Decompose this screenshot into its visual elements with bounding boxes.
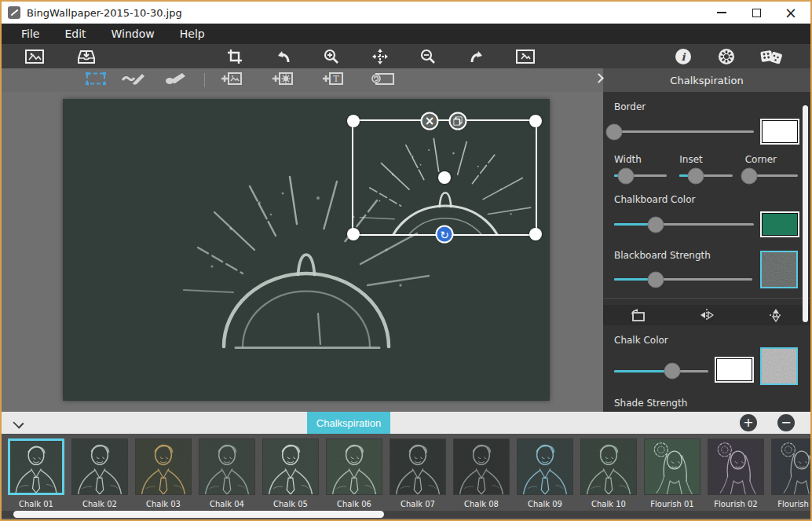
save-export-icon[interactable] — [76, 49, 97, 64]
preset-thumbnail-label: Chalk 03 — [135, 500, 192, 508]
selection-box[interactable]: × ↻ — [352, 119, 537, 236]
resize-handle-top-right[interactable] — [529, 115, 542, 127]
preset-thumbnail-label: Chalk 01 — [8, 500, 64, 508]
add-image-icon[interactable] — [218, 72, 242, 89]
preset-thumbnail[interactable]: Chalk 06 — [326, 438, 382, 508]
main-toolbar: i — [2, 44, 810, 68]
flip-horizontal-button[interactable] — [672, 305, 741, 325]
new-image-icon[interactable] — [25, 50, 44, 64]
border-slider[interactable] — [614, 130, 754, 133]
blackboard-strength-label: Blackboard Strength — [614, 250, 752, 261]
preset-thumbnail-label: Chalk 07 — [390, 500, 446, 508]
preset-thumbnail[interactable]: Chalk 09 — [517, 438, 573, 508]
preset-thumbnail[interactable]: Chalk 02 — [71, 438, 128, 508]
canvas-image[interactable]: × ↻ — [63, 99, 550, 401]
preset-thumbnail[interactable]: Chalk 08 — [453, 438, 510, 508]
select-tool-icon[interactable] — [86, 72, 106, 89]
menu-window[interactable]: Window — [101, 25, 165, 42]
preset-thumbnail[interactable]: Chalk 01 — [8, 438, 64, 508]
title-bar: BingWallpaper-2015-10-30.jpg × — [2, 2, 810, 24]
redo-icon[interactable] — [469, 50, 485, 64]
preset-thumbnail[interactable]: Chalk 04 — [199, 438, 255, 508]
preset-tab-chalkspiration[interactable]: Chalkspiration — [307, 412, 390, 434]
thumbnail-zoom-in-button[interactable]: + — [740, 414, 757, 431]
window-title: BingWallpaper-2015-10-30.jpg — [27, 7, 182, 19]
preset-thumbnail[interactable]: Chalk 05 — [262, 438, 319, 508]
chevron-right-icon[interactable] — [594, 73, 604, 83]
center-handle[interactable] — [438, 171, 451, 184]
delete-layer-button[interactable]: × — [421, 112, 439, 130]
close-button[interactable]: × — [784, 6, 798, 20]
undo-icon[interactable] — [276, 50, 291, 64]
blackboard-texture-swatch[interactable] — [760, 251, 798, 288]
flip-vertical-button[interactable] — [741, 305, 810, 325]
toolbar-separator — [204, 73, 205, 87]
move-icon[interactable] — [372, 49, 388, 64]
add-text-icon[interactable]: T — [320, 72, 343, 89]
maximize-button[interactable] — [749, 6, 763, 20]
filmstrip-scrollbar[interactable] — [13, 511, 384, 518]
blackboard-strength-slider[interactable] — [614, 278, 752, 281]
effect-brush-icon[interactable] — [122, 72, 145, 88]
zoom-in-icon[interactable] — [324, 49, 339, 64]
width-slider[interactable] — [614, 174, 667, 177]
corner-slider[interactable] — [745, 174, 798, 177]
menu-bar: File Edit Window Help — [2, 24, 810, 44]
preset-thumbnail-image — [517, 438, 573, 495]
minimize-button[interactable] — [715, 6, 729, 20]
preset-thumbnail[interactable]: Chalk 07 — [390, 438, 446, 508]
preset-thumbnail[interactable]: Chalk 03 — [135, 438, 192, 508]
preset-thumbnail[interactable]: Flourish 01 — [644, 438, 700, 508]
menu-file[interactable]: File — [11, 25, 49, 42]
panel-scrollbar[interactable] — [803, 105, 808, 322]
menu-edit[interactable]: Edit — [54, 25, 96, 42]
preset-thumbnail-label: Chalk 06 — [326, 500, 382, 508]
editor-area[interactable]: × ↻ — [2, 92, 603, 412]
settings-gear-icon[interactable] — [718, 48, 735, 65]
resize-handle-top-left[interactable] — [347, 115, 360, 127]
menu-help[interactable]: Help — [170, 25, 215, 42]
collapse-filmstrip-icon[interactable] — [13, 417, 24, 428]
chalk-color-label: Chalk Color — [614, 335, 798, 346]
random-dice-icon[interactable] — [759, 48, 783, 65]
preset-thumbnail-image — [8, 438, 64, 495]
inset-label: Inset — [679, 154, 732, 165]
chalk-color-slider[interactable] — [614, 370, 708, 372]
resize-handle-bottom-left[interactable] — [347, 228, 360, 240]
rotate-handle[interactable]: ↻ — [436, 226, 454, 244]
duplicate-layer-button[interactable] — [449, 112, 467, 130]
chalk-texture-swatch[interactable] — [760, 347, 798, 385]
swap-background-icon[interactable] — [371, 72, 395, 89]
preset-thumbnail[interactable]: Chalk 10 — [580, 438, 637, 508]
corner-label: Corner — [745, 154, 798, 165]
preset-thumbnail[interactable]: Flourish 02 — [708, 438, 764, 508]
preset-thumbnail[interactable]: Flourish 03 — [771, 438, 810, 508]
bottom-bar: Chalkspiration + − — [2, 412, 810, 434]
inset-slider[interactable] — [679, 174, 732, 177]
chalk-color-swatch[interactable] — [716, 358, 752, 381]
preset-thumbnail-label: Flourish 03 — [771, 500, 810, 508]
thumbnail-zoom-out-button[interactable]: − — [777, 414, 795, 431]
crop-icon[interactable] — [227, 49, 243, 64]
preset-thumbnail-image — [771, 438, 810, 495]
preset-thumbnail-label: Chalk 08 — [453, 500, 510, 508]
canvas-size-icon[interactable] — [516, 50, 535, 64]
width-label: Width — [614, 154, 667, 165]
border-color-swatch[interactable] — [762, 120, 798, 143]
preset-thumbnail-label: Chalk 05 — [262, 500, 319, 508]
preset-thumbnail-label: Chalk 02 — [71, 500, 128, 508]
info-icon[interactable]: i — [675, 48, 692, 65]
zoom-out-icon[interactable] — [420, 49, 436, 64]
eraser-brush-icon[interactable] — [165, 72, 187, 88]
rotate-icon: ↻ — [440, 229, 449, 240]
border-label: Border — [614, 101, 798, 112]
add-clipart-icon[interactable] — [269, 72, 293, 89]
preset-thumbnail-image — [644, 438, 700, 495]
preset-thumbnail-image — [135, 438, 192, 495]
resize-handle-bottom-right[interactable] — [529, 228, 542, 240]
rotate-layer-icon — [630, 309, 646, 321]
preset-thumbnail-image — [262, 438, 319, 495]
chalkboard-color-swatch[interactable] — [762, 213, 798, 236]
rotate-layer-button[interactable] — [603, 305, 672, 325]
chalkboard-color-slider[interactable] — [614, 223, 754, 226]
